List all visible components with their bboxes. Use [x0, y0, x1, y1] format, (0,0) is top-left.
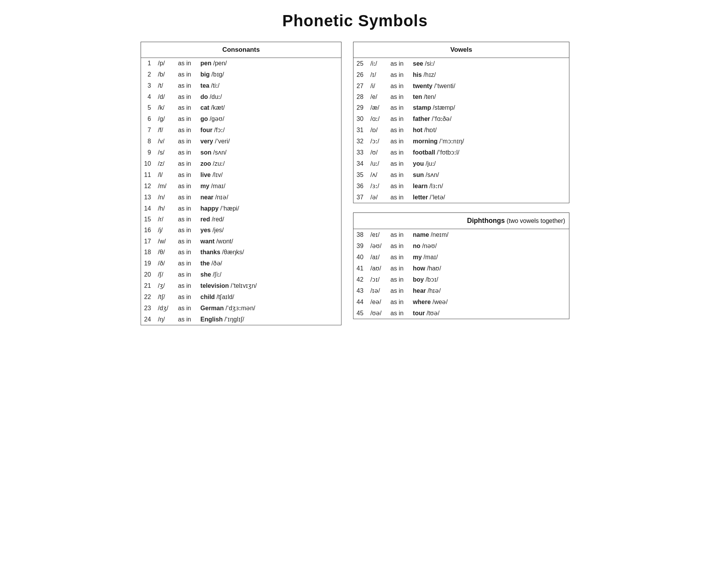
phonetic-symbol: /t/ [155, 80, 175, 91]
example-word: four /fɔː/ [197, 124, 341, 136]
row-number: 13 [141, 192, 155, 203]
row-number: 32 [353, 136, 367, 147]
row-number: 35 [353, 169, 367, 180]
as-in-label: as in [175, 69, 197, 80]
as-in-label: as in [387, 158, 410, 169]
example-word: ten /ten/ [410, 92, 569, 102]
example-word: my /maɪ/ [410, 252, 569, 263]
as-in-label: as in [175, 180, 197, 192]
as-in-label: as in [175, 203, 197, 214]
phonetic-symbol: /ɒ/ [367, 124, 387, 136]
row-number: 36 [353, 180, 367, 192]
table-row: 21 /ʒ/ as in television /ˈtelɪvɪʒn/ [141, 280, 341, 291]
phonetic-symbol: /d/ [155, 91, 175, 102]
as-in-label: as in [387, 240, 410, 252]
right-column: Vowels 25 /iː/ as in see /siː/ 26 /ɪ/ as… [353, 42, 569, 319]
as-in-label: as in [175, 80, 197, 91]
example-word: thanks /θæŋks/ [197, 247, 341, 258]
table-row: 34 /uː/ as in you /juː/ [353, 158, 569, 169]
example-word: German /ˈdʒɜːmən/ [197, 302, 341, 314]
as-in-label: as in [175, 102, 197, 113]
as-in-label: as in [175, 192, 197, 203]
as-in-label: as in [175, 58, 197, 69]
table-row: 44 /eə/ as in where /weə/ [353, 296, 569, 308]
table-row: 20 /ʃ/ as in she /ʃiː/ [141, 269, 341, 280]
vowels-header: Vowels [353, 42, 569, 58]
row-number: 42 [353, 274, 367, 285]
phonetic-symbol: /h/ [155, 203, 175, 214]
table-row: 29 /æ/ as in stamp /stæmp/ [353, 102, 569, 113]
as-in-label: as in [175, 136, 197, 147]
as-in-label: as in [387, 192, 410, 203]
example-word: red /red/ [197, 214, 341, 225]
phonetic-symbol: /uː/ [367, 158, 387, 169]
as-in-label: as in [387, 69, 410, 80]
phonetic-symbol: /ʒ/ [155, 280, 175, 291]
row-number: 38 [353, 229, 367, 241]
example-word: live /lɪv/ [197, 169, 341, 180]
example-word: child /tʃaɪld/ [197, 291, 341, 302]
table-row: 11 /l/ as in live /lɪv/ [141, 169, 341, 180]
phonetic-symbol: /v/ [155, 136, 175, 147]
phonetic-symbol: /θ/ [155, 247, 175, 258]
row-number: 15 [141, 214, 155, 225]
row-number: 24 [141, 314, 155, 325]
row-number: 9 [141, 147, 155, 158]
table-row: 13 /n/ as in near /nɪə/ [141, 192, 341, 203]
as-in-label: as in [175, 291, 197, 302]
row-number: 17 [141, 236, 155, 247]
row-number: 34 [353, 158, 367, 169]
as-in-label: as in [387, 285, 410, 296]
as-in-label: as in [387, 263, 410, 274]
phonetic-symbol: /aɪ/ [367, 252, 387, 263]
row-number: 7 [141, 124, 155, 136]
table-row: 3 /t/ as in tea /tiː/ [141, 80, 341, 91]
table-row: 19 /ð/ as in the /ðə/ [141, 258, 341, 269]
table-row: 12 /m/ as in my /maɪ/ [141, 180, 341, 192]
consonants-section: Consonants 1 /p/ as in pen /pen/ 2 /b/ a… [141, 42, 341, 325]
table-row: 42 /ɔɪ/ as in boy /bɔɪ/ [353, 274, 569, 285]
as-in-label: as in [175, 214, 197, 225]
example-word: the /ðə/ [197, 258, 341, 269]
row-number: 43 [353, 285, 367, 296]
phonetic-symbol: /p/ [155, 58, 175, 69]
as-in-label: as in [387, 229, 410, 241]
table-row: 31 /ɒ/ as in hot /hɒt/ [353, 124, 569, 136]
row-number: 37 [353, 192, 367, 203]
phonetic-symbol: /ɜː/ [367, 180, 387, 192]
as-in-label: as in [175, 158, 197, 169]
table-row: 33 /ʊ/ as in football /ˈfʊtbɔːl/ [353, 147, 569, 158]
row-number: 4 [141, 91, 155, 102]
phonetic-symbol: /e/ [367, 92, 387, 102]
phonetic-symbol: /w/ [155, 236, 175, 247]
table-row: 4 /d/ as in do /duː/ [141, 91, 341, 102]
example-word: see /siː/ [410, 58, 569, 70]
example-word: father /ˈfɑːðə/ [410, 113, 569, 124]
diphthongs-header: Diphthongs (two vowels together) [353, 213, 569, 229]
table-row: 32 /ɔː/ as in morning /ˈmɔːnɪŋ/ [353, 136, 569, 147]
phonetic-symbol: /ʌ/ [367, 169, 387, 180]
row-number: 40 [353, 252, 367, 263]
phonetic-symbol: /ʃ/ [155, 269, 175, 280]
table-row: 41 /aʊ/ as in how /haʊ/ [353, 263, 569, 274]
example-word: big /bɪg/ [197, 69, 341, 80]
as-in-label: as in [175, 169, 197, 180]
table-row: 36 /ɜː/ as in learn /lɜːn/ [353, 180, 569, 192]
table-row: 45 /ʊə/ as in tour /tʊə/ [353, 308, 569, 319]
row-number: 2 [141, 69, 155, 80]
phonetic-symbol: /ɔɪ/ [367, 274, 387, 285]
table-row: 40 /aɪ/ as in my /maɪ/ [353, 252, 569, 263]
example-word: television /ˈtelɪvɪʒn/ [197, 280, 341, 291]
example-word: son /sʌn/ [197, 147, 341, 158]
phonetic-symbol: /i/ [367, 80, 387, 92]
table-row: 24 /ŋ/ as in English /ˈɪŋglɪʃ/ [141, 314, 341, 325]
as-in-label: as in [387, 136, 410, 147]
example-word: do /duː/ [197, 91, 341, 102]
example-word: near /nɪə/ [197, 192, 341, 203]
as-in-label: as in [387, 80, 410, 92]
phonetic-symbol: /iː/ [367, 58, 387, 70]
phonetic-symbol: /ʊ/ [367, 147, 387, 158]
table-row: 22 /tʃ/ as in child /tʃaɪld/ [141, 291, 341, 302]
example-word: tour /tʊə/ [410, 308, 569, 319]
table-row: 28 /e/ as in ten /ten/ [353, 92, 569, 102]
